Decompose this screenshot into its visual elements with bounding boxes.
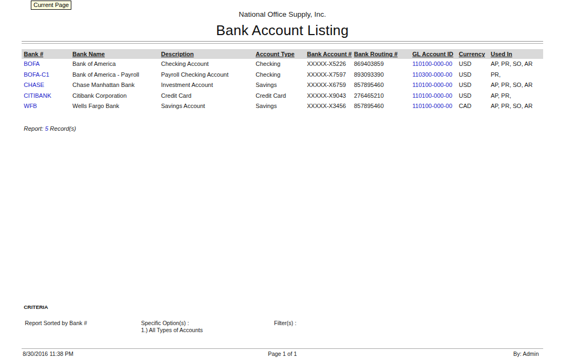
column-header-account-type[interactable]: Account Type	[256, 49, 307, 59]
criteria-sorted-by: Report Sorted by Bank #	[25, 320, 87, 326]
table-row: WFB Wells Fargo Bank Savings Account Sav…	[22, 101, 543, 112]
cell-bank-account: XXXXX-X7597	[307, 70, 354, 80]
table-row: CITIBANK Citibank Corporation Credit Car…	[22, 91, 543, 102]
column-header-bank-account[interactable]: Bank Account #	[307, 49, 354, 59]
cell-currency: CAD	[459, 101, 491, 112]
title-divider	[22, 41, 543, 44]
cell-bank-name: Citibank Corporation	[72, 91, 161, 102]
cell-bank-number[interactable]: BOFA-C1	[24, 70, 72, 80]
cell-account-type: Checking	[256, 70, 307, 80]
cell-bank-name: Bank of America	[72, 59, 161, 70]
cell-used-in: PR,	[491, 70, 543, 80]
cell-bank-number[interactable]: WFB	[24, 101, 72, 112]
cell-bank-number[interactable]: BOFA	[24, 59, 72, 70]
cell-gl-account-id[interactable]: 110300-000-00	[412, 70, 459, 80]
cell-bank-routing: 857895460	[354, 101, 412, 112]
cell-account-type: Savings	[256, 80, 307, 91]
criteria-heading: CRITERIA	[24, 304, 48, 310]
cell-used-in: AP, PR, SO, AR	[491, 101, 543, 112]
cell-currency: USD	[459, 91, 491, 102]
cell-account-type: Checking	[256, 59, 307, 70]
cell-gl-account-id[interactable]: 110100-000-00	[412, 59, 459, 70]
column-header-used-in[interactable]: Used In	[491, 49, 543, 59]
cell-gl-account-id[interactable]: 110100-000-00	[412, 101, 459, 112]
cell-account-type: Savings	[256, 101, 307, 112]
cell-bank-account: XXXXX-X3456	[307, 101, 354, 112]
company-name: National Office Supply, Inc.	[22, 10, 543, 18]
record-count-prefix: Report:	[24, 125, 45, 132]
record-count: Report: 5 Record(s)	[24, 125, 76, 132]
cell-bank-account: XXXXX-X6759	[307, 80, 354, 91]
cell-gl-account-id[interactable]: 110100-000-00	[412, 91, 459, 102]
footer-divider	[22, 348, 543, 349]
cell-description: Payroll Checking Account	[161, 70, 256, 80]
table-row: BOFA Bank of America Checking Account Ch…	[22, 59, 543, 70]
cell-bank-number[interactable]: CITIBANK	[24, 91, 72, 102]
current-page-button[interactable]: Current Page	[31, 1, 71, 10]
record-count-suffix: Record(s)	[48, 125, 76, 132]
footer-author: By: Admin	[513, 350, 539, 357]
column-header-description[interactable]: Description	[161, 49, 256, 59]
column-header-currency[interactable]: Currency	[459, 49, 491, 59]
cell-account-type: Credit Card	[256, 91, 307, 102]
cell-bank-name: Chase Manhattan Bank	[72, 80, 161, 91]
cell-bank-routing: 869403859	[354, 59, 412, 70]
cell-bank-routing: 893093390	[354, 70, 412, 80]
report-page: Current Page National Office Supply, Inc…	[0, 0, 588, 364]
cell-description: Credit Card	[161, 91, 256, 102]
cell-bank-routing: 276465210	[354, 91, 412, 102]
cell-used-in: AP, PR,	[491, 91, 543, 102]
cell-used-in: AP, PR, SO, AR	[491, 59, 543, 70]
cell-used-in: AP, PR, SO, AR	[491, 80, 543, 91]
cell-currency: USD	[459, 70, 491, 80]
table-header-row: Bank # Bank Name Description Account Typ…	[22, 49, 543, 59]
column-header-gl-account[interactable]: GL Account ID	[412, 49, 459, 59]
report-footer: 8/30/2016 11:38 PM Page 1 of 1 By: Admin	[22, 350, 543, 358]
table-body: BOFA Bank of America Checking Account Ch…	[22, 59, 543, 112]
column-header-bank-routing[interactable]: Bank Routing #	[354, 49, 412, 59]
cell-bank-routing: 857895460	[354, 80, 412, 91]
cell-bank-account: XXXXX-X9043	[307, 91, 354, 102]
cell-gl-account-id[interactable]: 110100-000-00	[412, 80, 459, 91]
criteria-specific-options: Specific Option(s) : 1.) All Types of Ac…	[141, 320, 203, 333]
cell-description: Savings Account	[161, 101, 256, 112]
footer-page-number: Page 1 of 1	[22, 350, 543, 357]
cell-bank-number[interactable]: CHASE	[24, 80, 72, 91]
table-row: BOFA-C1 Bank of America - Payroll Payrol…	[22, 70, 543, 80]
table-row: CHASE Chase Manhattan Bank Investment Ac…	[22, 80, 543, 91]
column-header-bank-number[interactable]: Bank #	[24, 49, 72, 59]
cell-bank-account: XXXXX-X5226	[307, 59, 354, 70]
criteria-specific-options-label: Specific Option(s) :	[141, 320, 203, 326]
cell-bank-name: Bank of America - Payroll	[72, 70, 161, 80]
criteria-filters-label: Filter(s) :	[274, 320, 296, 326]
cell-currency: USD	[459, 59, 491, 70]
column-header-bank-name[interactable]: Bank Name	[72, 49, 161, 59]
cell-description: Checking Account	[161, 59, 256, 70]
page-title: Bank Account Listing	[22, 22, 543, 39]
criteria-specific-option-item: 1.) All Types of Accounts	[141, 327, 203, 333]
cell-description: Investment Account	[161, 80, 256, 91]
cell-currency: USD	[459, 80, 491, 91]
cell-bank-name: Wells Fargo Bank	[72, 101, 161, 112]
